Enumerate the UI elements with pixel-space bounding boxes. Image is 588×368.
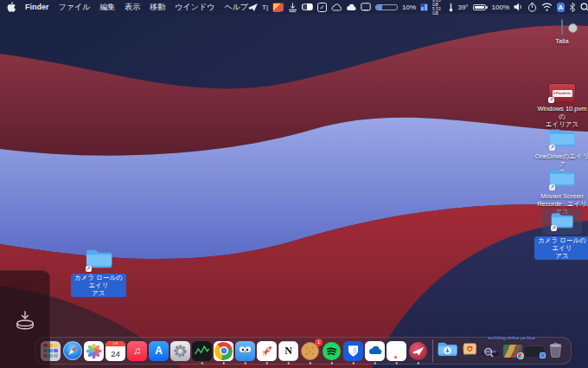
dock-item-chrome[interactable] [214,341,233,361]
dock-item-calendar[interactable]: 5月 24 [105,341,125,361]
dock-item-activity-monitor[interactable] [192,341,212,361]
wifi-icon[interactable] [541,2,553,12]
parallels-vm-icon: ‖ Parallels ↗ [548,83,576,103]
battery-percent: 100% [492,3,509,11]
folder-icon: ↗ [551,216,573,231]
dock-item-downloads-folder[interactable] [438,341,457,361]
dock-item-screen-recorder[interactable] [387,341,406,361]
app-menu-title[interactable]: Finder [25,3,49,11]
dock-item-photos[interactable] [84,341,104,361]
progress-percent: 10% [402,3,416,11]
spotify-icon [323,342,341,360]
dock-item-rocket-app[interactable] [257,341,277,361]
paper-plane-icon[interactable] [248,2,258,12]
desktop-icon-camera-roll-alias[interactable]: ↗ カメラ ロールのエイリ アス [534,209,588,260]
dock: 5月 24 ♫ A N 1 [35,337,572,365]
paper-plane-icon [409,342,427,360]
cpu-gauge-icon[interactable] [420,2,428,12]
menu-view[interactable]: 表示 [125,2,140,13]
dock-item-airmail[interactable] [408,341,428,361]
dock-item-music[interactable]: ♫ [127,341,147,361]
thermometer-icon[interactable] [449,2,453,12]
dock-item-minimized-window-1[interactable] [502,341,522,361]
dock-item-bitwarden[interactable] [343,341,363,361]
dock-item-notion[interactable]: N [278,341,298,361]
gear-icon [170,341,190,361]
menu-bar-left: Finder ファイル 編集 表示 移動 ウインドウ ヘルプ [7,2,248,13]
dock-item-app-store[interactable]: A [149,341,169,361]
apple-menu[interactable] [7,2,16,12]
bluetooth-icon[interactable] [569,2,576,12]
onedrive-cloud-icon [365,341,385,361]
dock-item-trash[interactable] [546,341,566,361]
rocket-icon [257,341,277,361]
dock-item-safari[interactable] [62,341,82,361]
cloud-outline-icon[interactable] [331,2,342,12]
toggle-pill-icon[interactable] [302,2,313,12]
progress-bar [375,2,398,12]
alias-arrow-icon: ↗ [548,97,554,103]
alias-arrow-icon: ↗ [549,184,555,190]
trash-icon [546,340,565,362]
menu-edit[interactable]: 編集 [99,2,115,13]
dock-divider [432,339,433,362]
display-icon[interactable] [361,2,371,12]
calendar-icon: 5月 24 [105,341,125,361]
shield-icon [343,341,363,361]
timer-icon[interactable] [527,2,537,12]
checkbox-icon[interactable]: ✓ [317,2,327,12]
text-tool-icon[interactable]: T| [262,2,268,12]
alias-arrow-icon: ↗ [86,266,92,272]
cloud-filled-icon[interactable] [346,2,356,12]
dock-item-minimized-window-2[interactable]: techblog.shiba-ya.blue [524,341,544,361]
dock-item-biscuit[interactable]: 1 [300,341,320,361]
selection-highlight: ↗ [542,209,582,235]
minimized-window-thumbnail [503,345,522,358]
chrome-icon [214,341,233,361]
download-drop-overlay[interactable] [0,270,50,368]
dock-item-alfred[interactable] [481,341,501,361]
battery-icon[interactable] [473,4,488,10]
calendar-day: 24 [105,346,125,361]
alfred-hat-icon [481,339,501,363]
desktop-icon-talia[interactable]: Talia [534,20,588,45]
dock-item-system-preferences[interactable] [170,341,190,361]
apple-logo-icon [7,2,16,12]
volume-icon[interactable] [514,2,523,12]
dock-item-documents-stack[interactable] [459,341,479,361]
dock-item-spotify[interactable] [322,341,342,361]
notion-icon: N [278,341,298,361]
desktop-icon-windows10-pvm-alias[interactable]: ‖ Parallels ↗ Windows 10.pvmの エイリアス [534,83,588,128]
folder-icon: ↗ [549,127,575,151]
bird-face-icon [235,341,255,361]
activity-graph-icon [192,341,212,361]
desktop-icon-camera-roll-alias-center[interactable]: ↗ カメラ ロールのエイリ アス [71,248,126,297]
app-badge-icon [517,352,524,359]
download-tray-icon[interactable] [288,2,297,12]
screen-recorder-icon[interactable] [272,2,284,12]
desktop-icon-label: カメラ ロールのエイリ アス [534,236,588,260]
menu-bar-status-area: T| ✓ 10% 9.83 GB 5.53 GB 39° 100% [248,0,588,16]
menu-window[interactable]: ウインドウ [175,2,214,13]
desktop-icon-label: Windows 10.pvmの エイリアス [534,105,588,128]
input-source-badge[interactable]: A [557,3,565,12]
parallels-chip-label: ‖ Parallels [553,90,572,97]
menu-go[interactable]: 移動 [150,2,165,13]
alias-arrow-icon: ↗ [551,225,557,231]
folder-icon: ↗ [86,248,112,272]
menu-help[interactable]: ヘルプ [224,2,248,13]
download-tray-icon [14,310,36,331]
check-glyph: ✓ [317,3,327,12]
temperature-value: 39° [457,3,468,11]
spotlight-icon[interactable] [580,2,588,12]
menu-file[interactable]: ファイル [59,2,91,13]
documents-stack-icon [460,339,479,362]
safari-compass-icon [63,341,82,360]
menu-bar: Finder ファイル 編集 表示 移動 ウインドウ ヘルプ T| ✓ 10% … [0,0,588,14]
hard-drive-icon [561,19,563,36]
network-stats[interactable]: 9.83 GB 5.53 GB [432,0,444,16]
dock-item-bird-app[interactable] [235,341,255,361]
screen-recorder-icon [387,341,406,361]
minimized-window-thumbnail [525,345,544,357]
dock-item-onedrive[interactable] [365,341,385,361]
